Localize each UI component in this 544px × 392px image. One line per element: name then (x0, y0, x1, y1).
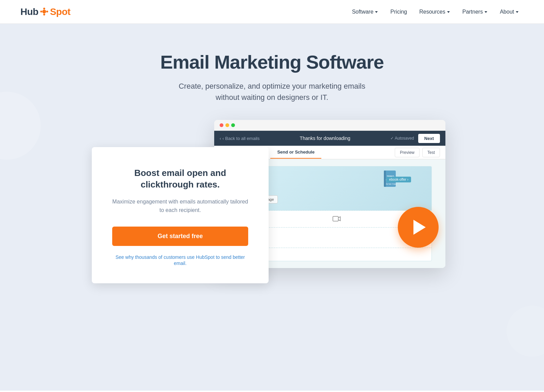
browser-dot-red (220, 123, 223, 127)
svg-rect-24 (333, 216, 338, 221)
nav-about-label: About (500, 9, 514, 15)
svg-point-4 (46, 11, 48, 13)
tab-action-buttons: Preview Test (395, 148, 440, 157)
toolbar-actions: ✓ Autosaved Next (390, 134, 440, 143)
bg-decoration-right (507, 306, 544, 357)
hubspot-sprocket-icon (39, 6, 50, 17)
nav-resources-label: Resources (419, 9, 445, 15)
feature-card-description: Maximize engagement with emails automati… (112, 197, 248, 215)
svg-point-0 (42, 10, 46, 13)
content-area: ‹ ‹ Back to all emails Thanks for downlo… (119, 120, 425, 276)
tab-send-schedule[interactable]: Send or Schedule (270, 146, 321, 159)
svg-marker-8 (516, 11, 518, 13)
back-label: ‹ Back to all emails (222, 136, 259, 141)
nav-item-resources[interactable]: Resources (414, 6, 455, 18)
feature-card: Boost email open and clickthrough rates.… (92, 147, 269, 283)
email-image-section: Select image ZERO to ONE PETER THIEL (242, 166, 431, 211)
nav-item-about[interactable]: About (495, 6, 524, 18)
hero-subtitle: Create, personalize, and optimize your m… (167, 81, 377, 103)
back-arrow-icon: ‹ (220, 136, 221, 141)
play-video-button[interactable] (398, 207, 439, 248)
nav-software-label: Software (352, 9, 373, 15)
next-button[interactable]: Next (418, 134, 440, 143)
nav-partners-label: Partners (462, 9, 483, 15)
hero-section: Email Marketing Software Create, persona… (0, 24, 544, 391)
test-button[interactable]: Test (422, 148, 440, 157)
browser-dot-green (231, 123, 235, 127)
nav-pricing-label: Pricing (390, 9, 407, 15)
svg-point-2 (43, 14, 45, 16)
browser-chrome (214, 120, 445, 131)
ebook-offer-tag: ebook-offer › (386, 177, 411, 182)
tab-send-label: Send or Schedule (277, 149, 314, 155)
autosaved-status: ✓ Autosaved (390, 136, 414, 141)
browser-dot-yellow (225, 123, 229, 127)
email-title: Thanks for downloading (300, 136, 351, 141)
svg-marker-5 (375, 11, 378, 13)
navbar: Hub Spot Software Pricing Resources (0, 0, 544, 24)
hero-title: Email Marketing Software (160, 51, 384, 73)
feature-card-title: Boost email open and clickthrough rates. (112, 167, 248, 191)
software-chevron-icon (375, 10, 378, 14)
app-toolbar: ‹ ‹ Back to all emails Thanks for downlo… (214, 131, 445, 146)
nav-item-pricing[interactable]: Pricing (386, 6, 412, 18)
nav-item-partners[interactable]: Partners (458, 6, 492, 18)
about-chevron-icon (515, 10, 519, 14)
nav-links: Software Pricing Resources Partners Abou… (347, 6, 524, 18)
resources-chevron-icon (447, 10, 450, 14)
logo-spot-text: Spot (50, 6, 70, 17)
social-proof-link[interactable]: See why thousands of customers use HubSp… (116, 254, 245, 266)
bg-decoration-left (0, 92, 41, 160)
svg-point-3 (40, 11, 42, 13)
video-icon (333, 216, 341, 222)
svg-text:PETER THIEL: PETER THIEL (386, 183, 397, 185)
logo-hub-text: Hub (20, 6, 38, 17)
svg-marker-7 (485, 11, 487, 13)
get-started-button[interactable]: Get started free (112, 227, 248, 246)
logo[interactable]: Hub Spot (20, 6, 70, 17)
svg-point-1 (43, 7, 45, 10)
play-triangle-icon (413, 220, 426, 235)
back-to-emails[interactable]: ‹ ‹ Back to all emails (220, 136, 259, 141)
ebook-tag-text: ebook-offer › (389, 178, 408, 181)
preview-button[interactable]: Preview (395, 148, 420, 157)
partners-chevron-icon (484, 10, 488, 14)
nav-item-software[interactable]: Software (347, 6, 383, 18)
svg-marker-6 (447, 11, 450, 13)
